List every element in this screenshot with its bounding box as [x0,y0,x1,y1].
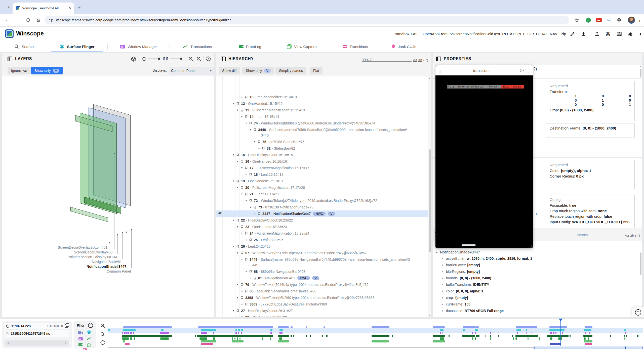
transition-overlay[interactable]: ⣿ transition ⓘ _ P: 0 / 1dX: 0.0dY: 0.0X… [435,65,533,248]
forward-icon[interactable]: → [15,17,21,23]
timeline-tracks[interactable] [108,319,643,350]
flat-button[interactable]: Flat [310,67,323,74]
tree-node-68[interactable]: ▼68 - 885b63e NavigationBar0#68 [216,268,306,275]
tree-node-27[interactable]: ▼27 - HideDisplayCutout:26:31#27 [216,308,293,314]
hierarchy-scrollbar[interactable]: ▲ ▼ [428,76,431,317]
tree-node-72[interactable]: ▼72 - WindowToken{a2746de type=2040 andr… [216,197,377,204]
bookmark-star-icon[interactable] [574,17,580,23]
show-only-button[interactable]: Show only V [31,67,63,74]
search-options-icons[interactable]: Aa ab (.*) [413,58,428,62]
nanoseconds-field[interactable]: ⚐ 1715339054227572545 ns [5,330,69,337]
tree-node-18[interactable]: 18 - Leaf:16:16#18 [216,171,284,178]
documentation-icon[interactable] [616,31,622,37]
tree-node-19[interactable]: ▼19 - OneHanded:17:17#19 [216,178,283,184]
curr-property-color[interactable]: color:(0, 0, 0), alpha: 1 [442,289,483,293]
layers-3d-view[interactable]: ScreenDecorOverlayBottom#61ScreenDecorOv… [2,76,214,317]
hierarchy-search-input[interactable] [362,57,412,62]
curr-search-input[interactable] [577,233,623,237]
tree-node-15[interactable]: ▼15 - HideDisplayCutout:16:16#15 [216,152,293,158]
expand-arrow-icon[interactable]: ▼ [254,141,256,143]
expand-arrow-icon[interactable]: ▼ [232,180,234,182]
tree-node-82[interactable]: 82 - StatusBar#82 [216,145,295,152]
tree-node-17[interactable]: ▼17 - FullscreenMagnification:16:16#17 [216,165,309,171]
tree-node-79[interactable]: ▼79 - WindowToken{7046b4a type=2024 andr… [216,281,368,288]
panel-collapse-icon[interactable] [221,57,226,61]
expand-arrow-icon[interactable]: ▼ [241,193,243,195]
expand-arrow-icon[interactable]: ▼ [249,206,252,208]
tab-view-capture[interactable]: View Capture [278,41,325,52]
curr-property-crop[interactable]: crop:{empty} [442,296,468,300]
expand-arrow-icon[interactable]: ▼ [236,109,239,111]
tab-transitions[interactable]: Transitions [333,41,378,52]
expand-arrow-icon[interactable]: ▼ [249,128,252,131]
theme-toggle-icon[interactable]: ◐ [637,31,644,37]
timeline-zoom-out-icon[interactable] [100,332,105,337]
expand-arrow-icon[interactable]: ▼ [236,296,239,299]
search-options-icons[interactable]: Aa ab (.*) [625,234,640,237]
expand-arrow-icon[interactable]: ▼ [241,258,243,261]
timeline-reset-zoom-icon[interactable] [100,340,105,345]
edit-icon[interactable] [569,31,576,37]
show-only-button[interactable]: Show onlyV [242,67,274,74]
tree-node-24[interactable]: ▼24 - FullscreenMagnification:18:23#24 [216,230,309,237]
expand-arrow-icon[interactable]: ▼ [232,245,234,248]
drag-handle-icon[interactable]: ⣿ [438,68,442,73]
extension-scissors-icon[interactable]: ✂ [606,17,612,23]
tree-node-16[interactable]: ▼16 - OneHanded:16:16#16 [216,158,287,165]
expand-arrow-icon[interactable]: ▼ [241,232,243,235]
tree-node-26[interactable]: ▼26 - Leaf:24:25#26 [216,243,271,250]
curr-property-activeBuffer[interactable]: activeBuffer:w: 1080, h: 2400, stride: 2… [442,256,532,260]
wall-clock-field[interactable]: 11:04:14.228 UTC+00:00 [5,323,69,329]
expand-arrow-icon[interactable]: ▼ [236,252,239,254]
expand-arrow-icon[interactable]: ▼ [236,160,239,163]
show-diff-button[interactable]: Show diff [219,67,240,74]
zoom-out-icon[interactable] [196,56,202,62]
protolog-filter-icon[interactable] [78,342,83,347]
tree-node-13[interactable]: ▼13 - FullscreenMagnification:15:15#13 [216,107,305,113]
curr-property-barrierLayer[interactable]: barrierLayer:[empty] [442,263,480,267]
extensions-puzzle-icon[interactable] [616,17,622,23]
site-settings-icon[interactable] [49,18,53,22]
expand-arrow-icon[interactable]: ▼ [232,310,234,312]
tree-node-23[interactable]: ▼23 - OneHanded:18:23#23 [216,224,287,230]
slider-handle-right[interactable] [642,346,643,349]
curr-property-bufferTransform[interactable]: bufferTransform:IDENTITY [442,283,489,287]
expand-arrow-icon[interactable]: ▼ [232,219,234,222]
copy-icon[interactable] [65,332,68,335]
expand-arrow-icon[interactable]: ▼ [232,102,234,105]
shortcuts-icon[interactable]: ⌘ [605,31,611,37]
tab-transactions[interactable]: Transactions [173,41,222,52]
surface-flinger-filter-icon[interactable] [87,330,92,335]
tree-node-80[interactable]: 80 - ace6abb SecondaryHomeHandle0#80 [216,288,316,294]
tab-protolog[interactable]: ProtoLog [229,41,271,52]
expand-arrow-icon[interactable]: ▼ [236,316,239,317]
tab-search[interactable]: Search [8,41,40,52]
tab-window-manager[interactable]: Window Manager [111,41,167,52]
new-tab-button[interactable]: + [77,4,81,11]
tree-node-22[interactable]: ▼22 - HideDisplayCutout:18:23#22 [216,217,293,224]
timeline-cursor-handle[interactable] [559,319,563,323]
screen-recording-filter-icon[interactable] [78,330,83,335]
simplify-names-button[interactable]: Simplify names [275,67,306,74]
browser-tab[interactable]: Winscope | sandbox-FAIL ✕ [13,3,74,14]
panel-collapse-icon[interactable] [436,57,441,61]
upload-icon[interactable] [594,31,600,37]
timeline-cursor[interactable] [560,321,561,346]
expand-arrow-icon[interactable]: ▼ [236,226,239,228]
collapse-filter-icon[interactable]: ⌃ [88,323,93,328]
zoom-in-icon[interactable] [188,56,193,62]
expand-arrow-icon[interactable]: ▼ [245,270,247,273]
expand-arrow-icon[interactable]: ▼ [232,154,234,156]
properties-scrollbar[interactable]: ▲ [639,65,642,90]
expand-arrow-icon[interactable]: ▼ [245,199,247,202]
transitions-filter-icon[interactable] [82,347,87,350]
tree-node-75[interactable]: ▼75 - ed70f88 StatusBar#75 [216,139,304,145]
frame-navigation-strip[interactable]: ‹ › [5,340,69,346]
tree-node-20[interactable]: ▼20 - FullscreenMagnification:17:17#20 [216,184,305,191]
curr-scrollbar[interactable]: ▼ [639,241,642,317]
expand-arrow-icon[interactable]: ▼ [245,122,247,124]
minimize-icon[interactable]: _ [527,68,529,73]
spacing-slider-handle[interactable] [180,58,182,60]
tab-close-icon[interactable]: ✕ [69,6,72,10]
reload-icon[interactable] [25,17,31,23]
